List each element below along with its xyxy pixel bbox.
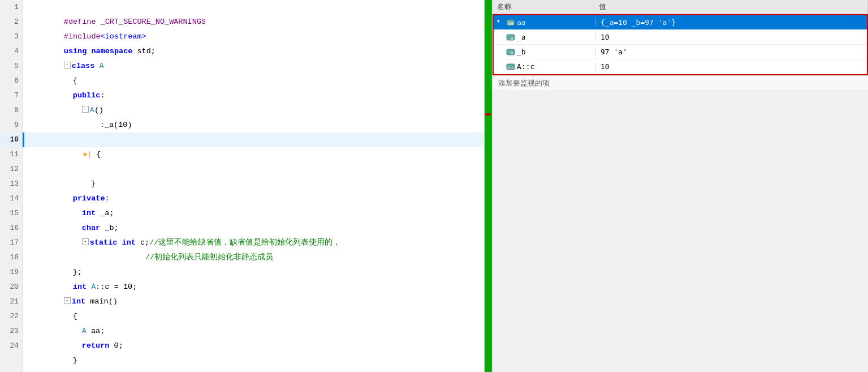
- svg-text:A:c: A:c: [508, 66, 514, 70]
- code-line-16[interactable]: -static int c;//这里不能给缺省值，缺省值是给初始化列表使用的，: [23, 221, 484, 236]
- line-num-9: 9: [0, 118, 22, 132]
- code-editor: 1 2 3 4 5 6 7 8 9 10 11 12 13 14 15 16 1…: [0, 0, 492, 372]
- line-num-15: 15: [0, 206, 22, 221]
- code-line-2[interactable]: #include<iostream>: [23, 15, 484, 29]
- var-icon-_a: _a: [506, 33, 515, 41]
- line-num-14: 14: [0, 191, 22, 206]
- scroll-indicator[interactable]: [484, 0, 492, 372]
- code-line-20[interactable]: -int main(): [23, 280, 484, 294]
- line-num-4: 4: [0, 44, 22, 59]
- code-line-19[interactable]: int A::c = 10;: [23, 265, 484, 280]
- watch-body: ▼ aa aa {_a=10 _b=97 'a'}: [494, 15, 867, 74]
- code-line-15[interactable]: char _b;: [23, 206, 484, 221]
- code-line-9[interactable]: ,_b('a'): [23, 118, 484, 132]
- line-num-5: 5: [0, 59, 22, 74]
- line-num-8: 8: [0, 103, 22, 118]
- code-line-10[interactable]: ▶| {: [23, 132, 484, 147]
- svg-text:_b: _b: [508, 51, 513, 55]
- code-line-13[interactable]: private:: [23, 177, 484, 191]
- code-line-4[interactable]: -class A: [23, 44, 484, 59]
- line-num-21: 21: [0, 294, 22, 309]
- code-line-5[interactable]: {: [23, 59, 484, 74]
- code-content[interactable]: #define _CRT_SECURE_NO_WARNINGS #include…: [23, 0, 484, 372]
- line-numbers: 1 2 3 4 5 6 7 8 9 10 11 12 13 14 15 16 1…: [0, 0, 23, 372]
- line-num-17: 17: [0, 236, 22, 250]
- line-num-11: 11: [0, 147, 22, 162]
- code-line-11[interactable]: [23, 147, 484, 162]
- line-num-22: 22: [0, 309, 22, 324]
- watch-panel: 名称 值 ▼ aa aa {_: [493, 0, 868, 372]
- line-num-13: 13: [0, 177, 22, 191]
- code-line-7[interactable]: -A(): [23, 88, 484, 103]
- watch-value-acc: 10: [595, 62, 867, 71]
- svg-text:_a: _a: [508, 36, 513, 41]
- watch-name-header: 名称: [493, 0, 594, 14]
- line-num-10: 10: [0, 132, 22, 147]
- watch-name-aa: ▼ aa aa: [494, 18, 595, 27]
- code-line-8[interactable]: :_a(10): [23, 103, 484, 118]
- var-icon-aa: aa: [506, 19, 515, 27]
- line-num-16: 16: [0, 221, 22, 236]
- expand-tri-aa[interactable]: ▼: [497, 19, 505, 27]
- line-num-20: 20: [0, 280, 22, 294]
- watch-name-_b: _b _b: [494, 48, 595, 56]
- add-watch-row[interactable]: 添加要监视的项: [493, 75, 868, 90]
- watch-name-_a: _a _a: [494, 33, 595, 41]
- line-num-6: 6: [0, 74, 22, 88]
- code-line-23[interactable]: return 0;: [23, 324, 484, 339]
- watch-row-_b[interactable]: _b _b 97 'a': [494, 45, 867, 59]
- var-icon-_b: _b: [506, 48, 515, 56]
- code-line-12[interactable]: }: [23, 162, 484, 177]
- code-line-6[interactable]: public:: [23, 74, 484, 88]
- code-line-22[interactable]: A aa;: [23, 309, 484, 324]
- var-icon-acc: A:c: [506, 63, 515, 71]
- watch-row-_a[interactable]: _a _a 10: [494, 30, 867, 45]
- line-num-23: 23: [0, 324, 22, 339]
- line-num-12: 12: [0, 162, 22, 177]
- code-line-17[interactable]: //初始化列表只能初始化非静态成员: [23, 236, 484, 250]
- code-line-14[interactable]: int _a;: [23, 191, 484, 206]
- line-num-1: 1: [0, 0, 22, 15]
- watch-value-header: 值: [594, 0, 868, 14]
- watch-value-_b: 97 'a': [595, 48, 867, 56]
- right-panel: 名称 值 ▼ aa aa {_: [492, 0, 868, 372]
- code-line-18[interactable]: };: [23, 250, 484, 265]
- code-line-1[interactable]: #define _CRT_SECURE_NO_WARNINGS: [23, 0, 484, 15]
- scroll-marker: [485, 113, 491, 116]
- scroll-thumb: [485, 0, 492, 372]
- watch-box: ▼ aa aa {_a=10 _b=97 'a'}: [493, 14, 868, 75]
- line-num-2: 2: [0, 15, 22, 29]
- line-num-18: 18: [0, 250, 22, 265]
- watch-value-_a: 10: [595, 33, 867, 41]
- code-line-21[interactable]: {: [23, 294, 484, 309]
- watch-value-aa: {_a=10 _b=97 'a'}: [595, 18, 867, 27]
- watch-row-aa[interactable]: ▼ aa aa {_a=10 _b=97 'a'}: [494, 15, 867, 30]
- line-num-3: 3: [0, 29, 22, 44]
- watch-header: 名称 值: [493, 0, 868, 14]
- add-watch-text: 添加要监视的项: [498, 78, 550, 88]
- line-num-24: 24: [0, 339, 22, 353]
- watch-row-acc[interactable]: A:c A::c 10: [494, 59, 867, 74]
- line-num-7: 7: [0, 88, 22, 103]
- watch-name-acc: A:c A::c: [494, 62, 595, 71]
- code-line-24[interactable]: }: [23, 339, 484, 353]
- svg-text:aa: aa: [508, 21, 513, 26]
- code-line-3[interactable]: using namespace std;: [23, 29, 484, 44]
- line-num-19: 19: [0, 265, 22, 280]
